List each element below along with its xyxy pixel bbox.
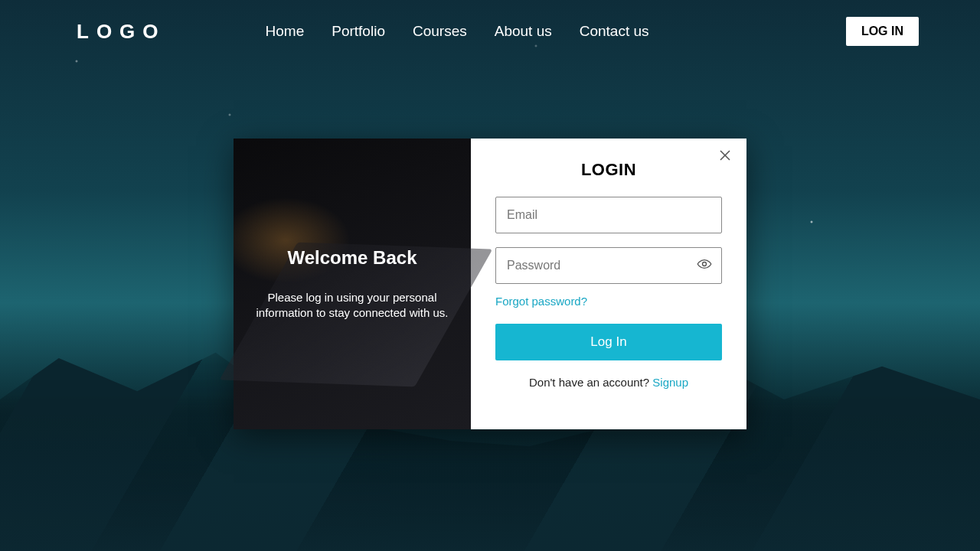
nav-home[interactable]: Home: [266, 23, 305, 40]
password-field[interactable]: [507, 259, 710, 272]
nav-about-us[interactable]: About us: [495, 23, 552, 40]
forgot-password-link[interactable]: Forgot password?: [495, 295, 587, 308]
login-modal-right-panel: LOGIN Forgot password? Log In Don't have…: [471, 139, 746, 429]
login-title: LOGIN: [495, 160, 722, 180]
email-field[interactable]: [507, 208, 710, 222]
header-login-button[interactable]: LOG IN: [846, 17, 919, 46]
nav-contact-us[interactable]: Contact us: [580, 23, 649, 40]
login-modal: Welcome Back Please log in using your pe…: [234, 139, 746, 429]
svg-point-2: [703, 262, 707, 266]
password-field-wrapper: [495, 247, 722, 284]
site-header: LOGO Home Portfolio Courses About us Con…: [0, 0, 980, 46]
email-field-wrapper: [495, 197, 722, 233]
primary-nav: Home Portfolio Courses About us Contact …: [266, 23, 649, 40]
nav-portfolio[interactable]: Portfolio: [332, 23, 385, 40]
site-logo: LOGO: [77, 20, 166, 44]
signup-link[interactable]: Signup: [652, 376, 688, 389]
signup-row: Don't have an account? Signup: [495, 376, 722, 389]
eye-icon[interactable]: [697, 256, 712, 275]
signup-prompt: Don't have an account?: [529, 376, 652, 389]
welcome-subtitle: Please log in using your personal inform…: [252, 290, 452, 321]
login-submit-button[interactable]: Log In: [495, 324, 722, 360]
nav-courses[interactable]: Courses: [413, 23, 467, 40]
welcome-title: Welcome Back: [288, 247, 417, 269]
login-modal-left-panel: Welcome Back Please log in using your pe…: [234, 139, 471, 429]
close-icon[interactable]: [719, 149, 733, 163]
